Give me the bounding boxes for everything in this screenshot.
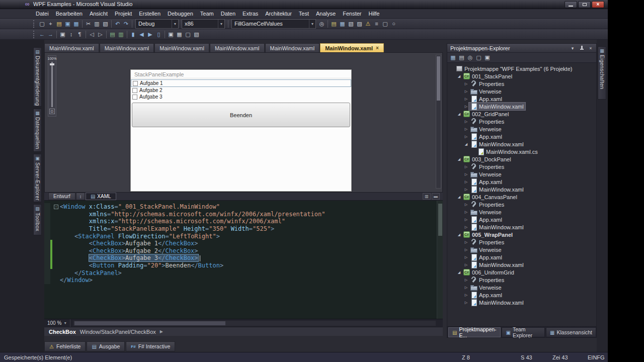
tree-item[interactable]: ▷App.xaml xyxy=(447,216,596,223)
expander-icon[interactable]: ▷ xyxy=(463,210,469,214)
display-in-browser-icon[interactable]: ▣ xyxy=(58,30,67,39)
solution-explorer-header[interactable]: Projektmappen-Explorer ▾ × xyxy=(447,44,596,53)
uncomment-icon[interactable]: ▥ xyxy=(117,30,125,39)
code-line[interactable]: </StackPanel> xyxy=(44,269,443,277)
tree-item[interactable]: ▷Properties xyxy=(447,238,596,246)
collapse-pane-icon[interactable]: ▬ xyxy=(432,193,440,200)
expander-icon[interactable]: ▷ xyxy=(463,165,469,169)
menu-item-architektur[interactable]: Architektur xyxy=(262,9,295,19)
tree-item[interactable]: ▷App.xaml xyxy=(447,133,596,140)
save-icon[interactable]: ▣ xyxy=(63,20,72,28)
tree-item[interactable]: ▷MainWindow.xaml xyxy=(447,186,596,193)
scrollbar-thumb[interactable] xyxy=(74,321,225,325)
new-project-icon[interactable]: ▢ xyxy=(38,20,46,28)
object-browser-icon[interactable]: ▧ xyxy=(347,20,355,28)
title-bar[interactable]: ∞ WPF Examples - Microsoft Visual Studio… xyxy=(0,0,608,9)
menu-item-fenster[interactable]: Fenster xyxy=(339,9,365,19)
expander-icon[interactable]: ▷ xyxy=(463,278,469,282)
menu-item-projekt[interactable]: Projekt xyxy=(111,9,135,19)
minimize-button[interactable] xyxy=(565,1,577,8)
view-code-icon[interactable]: ▢ xyxy=(474,53,483,62)
menu-item-debuggen[interactable]: Debuggen xyxy=(164,9,197,19)
code-line[interactable]: <CheckBox>Aufgabe 1</CheckBox> xyxy=(44,240,443,247)
code-line[interactable]: <CheckBox>Aufgabe 2</CheckBox> xyxy=(44,247,443,255)
tab-fsharp-interactive[interactable]: F# F# Interactive xyxy=(126,341,175,351)
tree-item[interactable]: ▷Properties xyxy=(447,118,596,125)
quick-info-icon[interactable]: ▢ xyxy=(184,30,192,39)
restore-button[interactable] xyxy=(578,1,591,8)
tree-item[interactable]: ▷Properties xyxy=(447,163,596,170)
expander-icon[interactable]: ▷ xyxy=(463,135,469,139)
xaml-code-editor[interactable]: -<Window x:Class="_001_StackPanel.MainWi… xyxy=(44,201,443,319)
doc-tab[interactable]: MainWindow.xaml xyxy=(44,43,99,52)
expander-icon[interactable]: ◢ xyxy=(456,270,462,275)
expander-icon[interactable]: ▷ xyxy=(463,172,469,176)
swap-panes-icon[interactable]: ↕ xyxy=(76,193,85,200)
expander-icon[interactable]: ◢ xyxy=(456,233,462,237)
word-wrap-icon[interactable]: ↕ xyxy=(67,30,75,39)
expander-icon[interactable]: ▷ xyxy=(463,82,469,86)
expander-icon[interactable]: ▷ xyxy=(463,203,469,207)
comment-icon[interactable]: ▤ xyxy=(108,30,117,39)
tree-item[interactable]: Projektmappe "WPF Examples" (6 Projekte) xyxy=(447,65,596,72)
tree-item[interactable]: ▷Verweise xyxy=(447,284,596,291)
solution-platform-combo[interactable]: x86 ▼ xyxy=(182,19,225,29)
preview-checkbox-row[interactable]: Aufgabe 1 xyxy=(131,79,351,87)
expander-icon[interactable]: ▷ xyxy=(463,180,469,184)
immediate-window-icon[interactable]: ▢ xyxy=(381,20,389,28)
tree-item[interactable]: ▷Verweise xyxy=(447,87,596,95)
tab-xaml[interactable]: ▤ XAML xyxy=(86,193,116,200)
expander-icon[interactable]: ▷ xyxy=(463,240,469,244)
menu-item-team[interactable]: Team xyxy=(197,9,217,19)
preview-beenden-button[interactable]: Beenden xyxy=(132,103,350,127)
split-horizontal-icon[interactable]: ▥ xyxy=(423,193,431,200)
tree-item[interactable]: ▷MainWindow.xaml xyxy=(447,299,596,306)
tree-item[interactable]: ▷Properties xyxy=(447,80,596,87)
scrollbar-thumb[interactable] xyxy=(438,204,442,236)
tree-item[interactable]: ▷MainWindow.xaml xyxy=(447,103,596,110)
expander-icon[interactable]: ◢ xyxy=(456,74,462,78)
toolbox-icon[interactable]: ▨ xyxy=(355,20,364,28)
doc-tab[interactable]: MainWindow.xaml xyxy=(154,43,209,52)
breadcrumb-path[interactable]: Window/StackPanel/CheckBox xyxy=(80,329,156,335)
menu-item-erstellen[interactable]: Erstellen xyxy=(135,9,164,19)
zoom-fit-icon[interactable]: ⊡ xyxy=(49,109,55,114)
clear-bookmarks-icon[interactable]: ▯ xyxy=(154,30,163,39)
editor-horizontal-scrollbar[interactable] xyxy=(73,321,436,326)
tree-item[interactable]: ◢MainWindow.xaml xyxy=(447,140,596,148)
tree-item[interactable]: ▷Verweise xyxy=(447,170,596,178)
tree-item[interactable]: ▷App.xaml xyxy=(447,291,596,299)
design-preview-window[interactable]: StackPanelExample Aufgabe 1Aufgabe 2Aufg… xyxy=(130,69,352,192)
decrease-indent-icon[interactable]: ◁ xyxy=(88,30,96,39)
open-file-icon[interactable]: ▤ xyxy=(55,20,63,28)
tree-item[interactable]: ◢003_DockPanel xyxy=(447,155,596,163)
scrollbar-thumb[interactable] xyxy=(437,56,440,101)
solution-explorer-icon[interactable]: ▤ xyxy=(330,20,338,28)
menu-item-analyse[interactable]: Analyse xyxy=(312,9,339,19)
tab-server-explorer[interactable]: ▣ Server-Explorer xyxy=(33,154,42,202)
expander-icon[interactable]: ▷ xyxy=(463,255,469,259)
parameter-info-icon[interactable]: ▦ xyxy=(175,30,184,39)
expander-icon[interactable]: ▷ xyxy=(463,301,469,305)
find-in-files-icon[interactable]: ◎ xyxy=(317,20,326,28)
start-page-icon[interactable]: ○ xyxy=(389,20,398,28)
tree-item[interactable]: ▷App.xaml xyxy=(447,178,596,186)
code-line[interactable]: xmlns:x="http://schemas.microsoft.com/wi… xyxy=(44,218,443,225)
expander-icon[interactable]: ◢ xyxy=(456,112,462,116)
tab-data-sources[interactable]: ▦ Datenquellen xyxy=(33,109,42,152)
solution-configuration-combo[interactable]: Debug ▼ xyxy=(135,19,179,29)
tree-item[interactable]: ◢005_WrapPanel xyxy=(447,231,596,238)
expander-icon[interactable]: ◢ xyxy=(456,157,462,161)
expander-icon[interactable]: ▷ xyxy=(463,97,469,101)
preview-checkbox-row[interactable]: Aufgabe 3 xyxy=(131,94,351,100)
toolbar-grip[interactable] xyxy=(33,31,36,38)
doc-tab[interactable]: MainWindow.xaml× xyxy=(320,43,384,52)
expander-icon[interactable]: ▷ xyxy=(463,105,469,109)
menu-item-ansicht[interactable]: Ansicht xyxy=(86,9,111,19)
pin-button[interactable] xyxy=(578,45,585,51)
expander-icon[interactable]: ▷ xyxy=(463,218,469,222)
expander-icon[interactable]: ◢ xyxy=(456,195,462,199)
increase-indent-icon[interactable]: ▷ xyxy=(96,30,105,39)
expander-icon[interactable]: ◢ xyxy=(463,142,469,146)
copy-icon[interactable]: ▥ xyxy=(93,20,101,28)
